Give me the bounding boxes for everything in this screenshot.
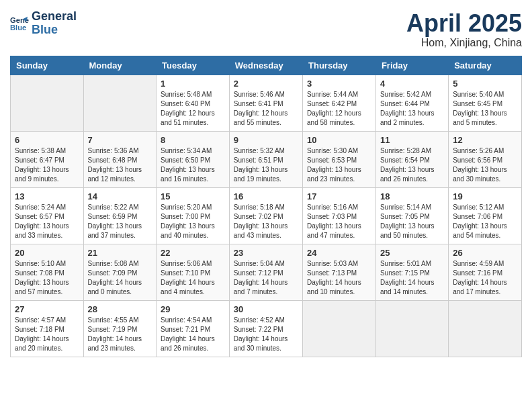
calendar-cell: 15Sunrise: 5:20 AM Sunset: 7:00 PM Dayli… xyxy=(157,187,230,244)
calendar-week-row: 27Sunrise: 4:57 AM Sunset: 7:18 PM Dayli… xyxy=(11,300,522,357)
calendar-cell: 24Sunrise: 5:03 AM Sunset: 7:13 PM Dayli… xyxy=(303,244,376,300)
day-number: 26 xyxy=(453,248,517,258)
day-number: 17 xyxy=(307,191,371,201)
day-number: 23 xyxy=(234,248,298,258)
day-number: 10 xyxy=(307,135,371,145)
day-number: 3 xyxy=(307,79,371,89)
day-content: Sunrise: 4:55 AM Sunset: 7:19 PM Dayligh… xyxy=(88,316,152,353)
day-content: Sunrise: 5:36 AM Sunset: 6:48 PM Dayligh… xyxy=(88,146,152,184)
day-number: 2 xyxy=(234,79,298,89)
day-number: 8 xyxy=(161,135,225,145)
calendar-cell: 13Sunrise: 5:24 AM Sunset: 6:57 PM Dayli… xyxy=(11,187,84,244)
calendar-cell: 19Sunrise: 5:12 AM Sunset: 7:06 PM Dayli… xyxy=(449,187,522,244)
weekday-header: Saturday xyxy=(449,56,522,75)
day-content: Sunrise: 5:18 AM Sunset: 7:02 PM Dayligh… xyxy=(234,203,298,240)
day-content: Sunrise: 5:46 AM Sunset: 6:41 PM Dayligh… xyxy=(234,90,298,128)
day-number: 16 xyxy=(234,191,298,201)
day-content: Sunrise: 4:54 AM Sunset: 7:21 PM Dayligh… xyxy=(161,316,225,353)
calendar-cell: 4Sunrise: 5:42 AM Sunset: 6:44 PM Daylig… xyxy=(375,75,448,131)
day-content: Sunrise: 5:12 AM Sunset: 7:06 PM Dayligh… xyxy=(453,203,517,240)
day-content: Sunrise: 5:28 AM Sunset: 6:54 PM Dayligh… xyxy=(380,146,444,184)
day-number: 15 xyxy=(161,191,225,201)
day-number: 19 xyxy=(453,191,517,201)
calendar-cell: 6Sunrise: 5:38 AM Sunset: 6:47 PM Daylig… xyxy=(11,131,84,187)
svg-text:Blue: Blue xyxy=(10,24,26,32)
day-number: 1 xyxy=(161,79,225,89)
day-content: Sunrise: 5:01 AM Sunset: 7:15 PM Dayligh… xyxy=(380,259,444,297)
calendar-cell: 21Sunrise: 5:08 AM Sunset: 7:09 PM Dayli… xyxy=(83,244,157,300)
day-number: 4 xyxy=(380,79,444,89)
day-content: Sunrise: 4:59 AM Sunset: 7:16 PM Dayligh… xyxy=(453,259,517,297)
calendar-cell xyxy=(375,300,448,357)
weekday-header: Tuesday xyxy=(157,56,230,75)
day-number: 29 xyxy=(161,304,225,314)
calendar-cell xyxy=(11,75,84,131)
calendar-cell: 29Sunrise: 4:54 AM Sunset: 7:21 PM Dayli… xyxy=(157,300,230,357)
day-content: Sunrise: 5:40 AM Sunset: 6:45 PM Dayligh… xyxy=(453,90,517,128)
day-content: Sunrise: 5:10 AM Sunset: 7:08 PM Dayligh… xyxy=(15,259,79,297)
calendar-header-row: SundayMondayTuesdayWednesdayThursdayFrid… xyxy=(11,56,522,75)
calendar-cell: 17Sunrise: 5:16 AM Sunset: 7:03 PM Dayli… xyxy=(303,187,376,244)
day-content: Sunrise: 5:06 AM Sunset: 7:10 PM Dayligh… xyxy=(161,259,225,297)
day-number: 9 xyxy=(234,135,298,145)
calendar-cell: 1Sunrise: 5:48 AM Sunset: 6:40 PM Daylig… xyxy=(157,75,230,131)
weekday-header: Sunday xyxy=(11,56,84,75)
day-content: Sunrise: 5:44 AM Sunset: 6:42 PM Dayligh… xyxy=(307,90,371,128)
day-content: Sunrise: 5:26 AM Sunset: 6:56 PM Dayligh… xyxy=(453,146,517,184)
logo-text: General Blue xyxy=(32,10,77,37)
calendar-cell: 30Sunrise: 4:52 AM Sunset: 7:22 PM Dayli… xyxy=(229,300,302,357)
calendar-week-row: 6Sunrise: 5:38 AM Sunset: 6:47 PM Daylig… xyxy=(11,131,522,187)
day-number: 12 xyxy=(453,135,517,145)
day-content: Sunrise: 5:30 AM Sunset: 6:53 PM Dayligh… xyxy=(307,146,371,184)
day-number: 13 xyxy=(15,191,79,201)
calendar-cell: 25Sunrise: 5:01 AM Sunset: 7:15 PM Dayli… xyxy=(375,244,448,300)
calendar-cell: 3Sunrise: 5:44 AM Sunset: 6:42 PM Daylig… xyxy=(303,75,376,131)
day-content: Sunrise: 5:38 AM Sunset: 6:47 PM Dayligh… xyxy=(15,146,79,184)
weekday-header: Friday xyxy=(375,56,448,75)
calendar-cell xyxy=(303,300,376,357)
calendar-cell: 10Sunrise: 5:30 AM Sunset: 6:53 PM Dayli… xyxy=(303,131,376,187)
day-content: Sunrise: 5:04 AM Sunset: 7:12 PM Dayligh… xyxy=(234,259,298,297)
day-number: 14 xyxy=(88,191,152,201)
day-number: 6 xyxy=(15,135,79,145)
day-content: Sunrise: 5:32 AM Sunset: 6:51 PM Dayligh… xyxy=(234,146,298,184)
day-content: Sunrise: 5:22 AM Sunset: 6:59 PM Dayligh… xyxy=(88,203,152,240)
day-number: 25 xyxy=(380,248,444,258)
calendar-cell: 11Sunrise: 5:28 AM Sunset: 6:54 PM Dayli… xyxy=(375,131,448,187)
calendar-cell: 5Sunrise: 5:40 AM Sunset: 6:45 PM Daylig… xyxy=(449,75,522,131)
day-number: 28 xyxy=(88,304,152,314)
calendar-cell: 2Sunrise: 5:46 AM Sunset: 6:41 PM Daylig… xyxy=(229,75,302,131)
day-content: Sunrise: 5:03 AM Sunset: 7:13 PM Dayligh… xyxy=(307,259,371,297)
day-number: 22 xyxy=(161,248,225,258)
month-title: April 2025 xyxy=(406,10,522,37)
calendar-cell: 23Sunrise: 5:04 AM Sunset: 7:12 PM Dayli… xyxy=(229,244,302,300)
day-content: Sunrise: 5:48 AM Sunset: 6:40 PM Dayligh… xyxy=(161,90,225,128)
day-content: Sunrise: 5:20 AM Sunset: 7:00 PM Dayligh… xyxy=(161,203,225,240)
day-number: 21 xyxy=(88,248,152,258)
calendar-cell: 18Sunrise: 5:14 AM Sunset: 7:05 PM Dayli… xyxy=(375,187,448,244)
day-content: Sunrise: 5:34 AM Sunset: 6:50 PM Dayligh… xyxy=(161,146,225,184)
day-content: Sunrise: 5:16 AM Sunset: 7:03 PM Dayligh… xyxy=(307,203,371,240)
location-title: Hom, Xinjiang, China xyxy=(406,37,522,49)
calendar-week-row: 20Sunrise: 5:10 AM Sunset: 7:08 PM Dayli… xyxy=(11,244,522,300)
weekday-header: Wednesday xyxy=(229,56,302,75)
day-number: 7 xyxy=(88,135,152,145)
calendar-week-row: 13Sunrise: 5:24 AM Sunset: 6:57 PM Dayli… xyxy=(11,187,522,244)
title-area: April 2025 Hom, Xinjiang, China xyxy=(406,10,522,49)
day-content: Sunrise: 5:42 AM Sunset: 6:44 PM Dayligh… xyxy=(380,90,444,128)
day-number: 27 xyxy=(15,304,79,314)
day-number: 30 xyxy=(234,304,298,314)
day-number: 20 xyxy=(15,248,79,258)
calendar-cell: 12Sunrise: 5:26 AM Sunset: 6:56 PM Dayli… xyxy=(449,131,522,187)
calendar-cell: 8Sunrise: 5:34 AM Sunset: 6:50 PM Daylig… xyxy=(157,131,230,187)
calendar-cell: 20Sunrise: 5:10 AM Sunset: 7:08 PM Dayli… xyxy=(11,244,84,300)
calendar-cell xyxy=(449,300,522,357)
weekday-header: Thursday xyxy=(303,56,376,75)
day-content: Sunrise: 4:52 AM Sunset: 7:22 PM Dayligh… xyxy=(234,316,298,353)
day-number: 18 xyxy=(380,191,444,201)
calendar-cell: 27Sunrise: 4:57 AM Sunset: 7:18 PM Dayli… xyxy=(11,300,84,357)
calendar-cell: 22Sunrise: 5:06 AM Sunset: 7:10 PM Dayli… xyxy=(157,244,230,300)
logo-line1: General xyxy=(32,9,77,23)
header: General Blue General Blue April 2025 Hom… xyxy=(10,10,522,49)
calendar: SundayMondayTuesdayWednesdayThursdayFrid… xyxy=(10,56,522,357)
